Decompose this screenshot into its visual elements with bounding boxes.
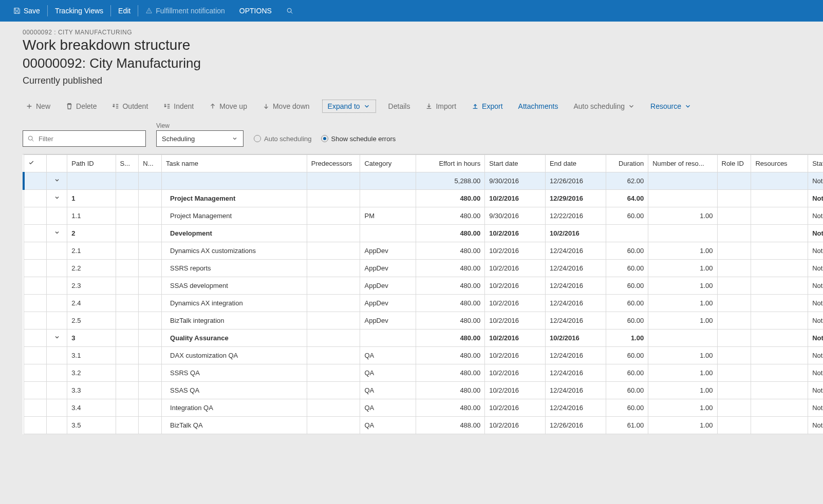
cell-role[interactable] [717,277,751,295]
cell-dur[interactable]: 60.00 [606,364,648,382]
cell-dur[interactable]: 60.00 [606,260,648,277]
cell-n[interactable] [139,364,162,382]
col-check[interactable] [24,155,47,172]
cell-effort[interactable]: 480.00 [416,242,484,260]
cell-cat[interactable] [360,190,416,207]
cell-res[interactable] [751,347,808,364]
cell-task[interactable]: BizTalk QA [162,417,307,434]
cell-s[interactable] [116,295,139,312]
cell-effort[interactable]: 480.00 [416,382,484,399]
cell-end[interactable]: 12/24/2016 [545,399,606,417]
cell-res[interactable] [751,190,808,207]
resource-button[interactable]: Resource [647,100,695,112]
cell-expand[interactable] [47,242,67,260]
cell-pred[interactable] [307,364,360,382]
cell-task[interactable]: BizTalk integration [162,312,307,329]
cell-staff[interactable]: Not sta [808,225,823,242]
cell-res[interactable] [751,242,808,260]
table-row[interactable]: 3.3SSAS QAQA480.0010/2/201612/24/201660.… [24,382,823,399]
cell-s[interactable] [116,347,139,364]
cell-s[interactable] [116,329,139,347]
col-start[interactable]: Start date [485,155,546,172]
table-row[interactable]: 2Development480.0010/2/201610/2/2016Not … [24,225,823,242]
cell-cat[interactable]: QA [360,347,416,364]
cell-role[interactable] [717,242,751,260]
cell-check[interactable] [24,242,47,260]
cell-dur[interactable]: 64.00 [606,190,648,207]
cell-task[interactable]: Dynamics AX integration [162,295,307,312]
col-pred[interactable]: Predecessors [307,155,360,172]
table-row[interactable]: 2.5BizTalk integrationAppDev480.0010/2/2… [24,312,823,329]
cell-staff[interactable]: Not sta [808,172,823,190]
cell-cat[interactable] [360,329,416,347]
cell-pred[interactable] [307,329,360,347]
table-row[interactable]: 2.2SSRS reportsAppDev480.0010/2/201612/2… [24,260,823,277]
col-expand[interactable] [47,155,67,172]
cell-numres[interactable]: 1.00 [648,364,717,382]
col-cat[interactable]: Category [360,155,416,172]
cell-staff[interactable]: Not sta [808,417,823,434]
cell-role[interactable] [717,207,751,225]
cell-role[interactable] [717,399,751,417]
cell-task[interactable]: DAX customization QA [162,347,307,364]
col-task[interactable]: Task name [162,155,307,172]
cell-staff[interactable]: Not sta [808,382,823,399]
cell-pred[interactable] [307,207,360,225]
cell-path[interactable]: 3.1 [67,347,116,364]
cell-effort[interactable]: 5,288.00 [416,172,484,190]
cell-start[interactable]: 10/2/2016 [485,347,546,364]
cell-start[interactable]: 10/2/2016 [485,295,546,312]
cell-start[interactable]: 10/2/2016 [485,329,546,347]
cell-start[interactable]: 10/2/2016 [485,260,546,277]
cell-n[interactable] [139,277,162,295]
cell-staff[interactable]: Not sta [808,190,823,207]
cell-end[interactable]: 12/24/2016 [545,312,606,329]
cell-dur[interactable] [606,225,648,242]
cell-task[interactable]: Project Management [162,190,307,207]
auto-scheduling-button[interactable]: Auto scheduling [570,100,638,112]
cell-path[interactable] [67,172,116,190]
cell-expand[interactable] [47,417,67,434]
cell-numres[interactable]: 1.00 [648,277,717,295]
cell-check[interactable] [24,207,47,225]
cell-n[interactable] [139,242,162,260]
cell-end[interactable]: 10/2/2016 [545,329,606,347]
indent-button[interactable]: Indent [160,100,197,112]
cell-check[interactable] [24,295,47,312]
cell-dur[interactable]: 62.00 [606,172,648,190]
cell-numres[interactable]: 1.00 [648,312,717,329]
cell-start[interactable]: 10/2/2016 [485,364,546,382]
cell-staff[interactable]: Not sta [808,312,823,329]
cell-path[interactable]: 2.1 [67,242,116,260]
cell-start[interactable]: 10/2/2016 [485,277,546,295]
search-button[interactable] [279,0,301,22]
cell-dur[interactable]: 60.00 [606,277,648,295]
cell-n[interactable] [139,295,162,312]
cell-cat[interactable]: AppDev [360,312,416,329]
cell-cat[interactable]: AppDev [360,277,416,295]
cell-task[interactable]: Development [162,225,307,242]
cell-res[interactable] [751,225,808,242]
cell-end[interactable]: 12/29/2016 [545,190,606,207]
cell-path[interactable]: 3 [67,329,116,347]
col-numres[interactable]: Number of reso... [648,155,717,172]
table-row[interactable]: 3.5BizTalk QAQA488.0010/2/201612/26/2016… [24,417,823,434]
save-button[interactable]: Save [6,0,47,22]
col-role[interactable]: Role ID [717,155,751,172]
attachments-button[interactable]: Attachments [515,100,562,112]
cell-task[interactable]: SSRS reports [162,260,307,277]
cell-s[interactable] [116,242,139,260]
cell-pred[interactable] [307,312,360,329]
cell-res[interactable] [751,399,808,417]
cell-staff[interactable]: Not sta [808,347,823,364]
cell-expand[interactable] [47,260,67,277]
cell-n[interactable] [139,172,162,190]
radio-auto-scheduling[interactable]: Auto scheduling [254,135,312,143]
cell-effort[interactable]: 480.00 [416,260,484,277]
cell-expand[interactable] [47,225,67,242]
cell-effort[interactable]: 480.00 [416,190,484,207]
filter-input-wrapper[interactable] [23,130,146,147]
cell-task[interactable]: Integration QA [162,399,307,417]
cell-role[interactable] [717,382,751,399]
cell-end[interactable]: 12/26/2016 [545,417,606,434]
